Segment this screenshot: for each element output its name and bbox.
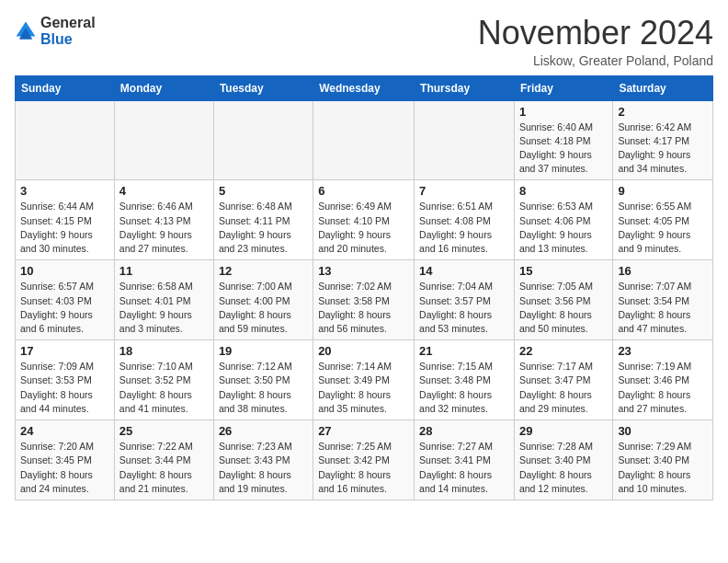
logo-icon: [15, 20, 37, 42]
calendar-day-cell: 30Sunrise: 7:29 AM Sunset: 3:40 PM Dayli…: [613, 420, 713, 500]
day-info: Sunrise: 7:12 AM Sunset: 3:50 PM Dayligh…: [219, 360, 308, 416]
day-of-week-header: Thursday: [415, 75, 515, 100]
calendar-day-cell: 9Sunrise: 6:55 AM Sunset: 4:05 PM Daylig…: [613, 180, 713, 260]
day-number: 21: [419, 344, 509, 358]
calendar-day-cell: [313, 100, 415, 180]
day-info: Sunrise: 7:02 AM Sunset: 3:58 PM Dayligh…: [318, 280, 409, 336]
day-of-week-header: Wednesday: [313, 75, 415, 100]
day-number: 7: [419, 184, 509, 198]
day-number: 11: [119, 264, 209, 278]
calendar-day-cell: 13Sunrise: 7:02 AM Sunset: 3:58 PM Dayli…: [313, 260, 415, 340]
calendar-day-cell: 10Sunrise: 6:57 AM Sunset: 4:03 PM Dayli…: [16, 260, 115, 340]
calendar-day-cell: 1Sunrise: 6:40 AM Sunset: 4:18 PM Daylig…: [514, 100, 612, 180]
calendar-day-cell: [213, 100, 313, 180]
day-number: 22: [519, 344, 608, 358]
calendar-day-cell: 18Sunrise: 7:10 AM Sunset: 3:52 PM Dayli…: [114, 340, 213, 420]
calendar-day-cell: [415, 100, 515, 180]
day-number: 12: [219, 264, 308, 278]
day-number: 26: [219, 424, 308, 438]
day-of-week-header: Saturday: [613, 75, 713, 100]
day-info: Sunrise: 6:46 AM Sunset: 4:13 PM Dayligh…: [119, 200, 209, 256]
calendar-day-cell: 22Sunrise: 7:17 AM Sunset: 3:47 PM Dayli…: [514, 340, 612, 420]
calendar-day-cell: 21Sunrise: 7:15 AM Sunset: 3:48 PM Dayli…: [415, 340, 515, 420]
day-number: 18: [119, 344, 209, 358]
day-number: 17: [20, 344, 109, 358]
day-info: Sunrise: 6:40 AM Sunset: 4:18 PM Dayligh…: [519, 121, 608, 177]
calendar-day-cell: 4Sunrise: 6:46 AM Sunset: 4:13 PM Daylig…: [114, 180, 213, 260]
calendar: SundayMondayTuesdayWednesdayThursdayFrid…: [15, 75, 713, 500]
title-area: November 2024 Liskow, Greater Poland, Po…: [478, 15, 713, 68]
day-number: 6: [318, 184, 409, 198]
calendar-day-cell: 2Sunrise: 6:42 AM Sunset: 4:17 PM Daylig…: [613, 100, 713, 180]
day-info: Sunrise: 7:22 AM Sunset: 3:44 PM Dayligh…: [119, 440, 209, 496]
day-info: Sunrise: 7:25 AM Sunset: 3:42 PM Dayligh…: [318, 440, 409, 496]
calendar-day-cell: 29Sunrise: 7:28 AM Sunset: 3:40 PM Dayli…: [514, 420, 612, 500]
day-info: Sunrise: 7:23 AM Sunset: 3:43 PM Dayligh…: [219, 440, 308, 496]
calendar-day-cell: [16, 100, 115, 180]
logo: General Blue: [15, 15, 96, 48]
day-info: Sunrise: 6:48 AM Sunset: 4:11 PM Dayligh…: [219, 200, 308, 256]
calendar-day-cell: 20Sunrise: 7:14 AM Sunset: 3:49 PM Dayli…: [313, 340, 415, 420]
day-number: 24: [20, 424, 109, 438]
day-number: 25: [119, 424, 209, 438]
day-number: 14: [419, 264, 509, 278]
day-number: 15: [519, 264, 608, 278]
day-info: Sunrise: 7:19 AM Sunset: 3:46 PM Dayligh…: [618, 360, 708, 416]
day-of-week-header: Friday: [514, 75, 612, 100]
day-number: 5: [219, 184, 308, 198]
day-number: 8: [519, 184, 608, 198]
day-info: Sunrise: 7:09 AM Sunset: 3:53 PM Dayligh…: [20, 360, 109, 416]
calendar-day-cell: 8Sunrise: 6:53 AM Sunset: 4:06 PM Daylig…: [514, 180, 612, 260]
day-number: 2: [618, 105, 708, 119]
calendar-week-row: 3Sunrise: 6:44 AM Sunset: 4:15 PM Daylig…: [16, 180, 713, 260]
month-title: November 2024: [478, 15, 713, 52]
day-info: Sunrise: 7:10 AM Sunset: 3:52 PM Dayligh…: [119, 360, 209, 416]
day-info: Sunrise: 6:57 AM Sunset: 4:03 PM Dayligh…: [20, 280, 109, 336]
day-info: Sunrise: 6:42 AM Sunset: 4:17 PM Dayligh…: [618, 121, 708, 177]
day-info: Sunrise: 7:04 AM Sunset: 3:57 PM Dayligh…: [419, 280, 509, 336]
day-number: 23: [618, 344, 708, 358]
day-info: Sunrise: 7:07 AM Sunset: 3:54 PM Dayligh…: [618, 280, 708, 336]
day-of-week-header: Sunday: [16, 75, 115, 100]
calendar-day-cell: 12Sunrise: 7:00 AM Sunset: 4:00 PM Dayli…: [213, 260, 313, 340]
day-number: 13: [318, 264, 409, 278]
calendar-day-cell: 24Sunrise: 7:20 AM Sunset: 3:45 PM Dayli…: [16, 420, 115, 500]
day-number: 10: [20, 264, 109, 278]
day-of-week-header: Tuesday: [213, 75, 313, 100]
day-info: Sunrise: 7:20 AM Sunset: 3:45 PM Dayligh…: [20, 440, 109, 496]
header: General Blue November 2024 Liskow, Great…: [15, 15, 713, 68]
logo-general: General: [40, 15, 96, 30]
day-number: 9: [618, 184, 708, 198]
day-number: 4: [119, 184, 209, 198]
calendar-day-cell: 11Sunrise: 6:58 AM Sunset: 4:01 PM Dayli…: [114, 260, 213, 340]
day-info: Sunrise: 7:27 AM Sunset: 3:41 PM Dayligh…: [419, 440, 509, 496]
day-number: 30: [618, 424, 708, 438]
calendar-week-row: 1Sunrise: 6:40 AM Sunset: 4:18 PM Daylig…: [16, 100, 713, 180]
calendar-day-cell: 17Sunrise: 7:09 AM Sunset: 3:53 PM Dayli…: [16, 340, 115, 420]
location-subtitle: Liskow, Greater Poland, Poland: [478, 53, 713, 68]
calendar-day-cell: 5Sunrise: 6:48 AM Sunset: 4:11 PM Daylig…: [213, 180, 313, 260]
day-info: Sunrise: 6:44 AM Sunset: 4:15 PM Dayligh…: [20, 200, 109, 256]
calendar-week-row: 10Sunrise: 6:57 AM Sunset: 4:03 PM Dayli…: [16, 260, 713, 340]
day-info: Sunrise: 6:55 AM Sunset: 4:05 PM Dayligh…: [618, 200, 708, 256]
calendar-day-cell: [114, 100, 213, 180]
calendar-day-cell: 7Sunrise: 6:51 AM Sunset: 4:08 PM Daylig…: [415, 180, 515, 260]
calendar-week-row: 17Sunrise: 7:09 AM Sunset: 3:53 PM Dayli…: [16, 340, 713, 420]
calendar-day-cell: 28Sunrise: 7:27 AM Sunset: 3:41 PM Dayli…: [415, 420, 515, 500]
calendar-day-cell: 27Sunrise: 7:25 AM Sunset: 3:42 PM Dayli…: [313, 420, 415, 500]
day-info: Sunrise: 7:29 AM Sunset: 3:40 PM Dayligh…: [618, 440, 708, 496]
calendar-week-row: 24Sunrise: 7:20 AM Sunset: 3:45 PM Dayli…: [16, 420, 713, 500]
day-info: Sunrise: 7:28 AM Sunset: 3:40 PM Dayligh…: [519, 440, 608, 496]
logo-blue: Blue: [40, 31, 73, 47]
day-info: Sunrise: 7:00 AM Sunset: 4:00 PM Dayligh…: [219, 280, 308, 336]
day-info: Sunrise: 7:15 AM Sunset: 3:48 PM Dayligh…: [419, 360, 509, 416]
calendar-day-cell: 23Sunrise: 7:19 AM Sunset: 3:46 PM Dayli…: [613, 340, 713, 420]
calendar-day-cell: 6Sunrise: 6:49 AM Sunset: 4:10 PM Daylig…: [313, 180, 415, 260]
calendar-day-cell: 3Sunrise: 6:44 AM Sunset: 4:15 PM Daylig…: [16, 180, 115, 260]
day-number: 20: [318, 344, 409, 358]
day-info: Sunrise: 6:58 AM Sunset: 4:01 PM Dayligh…: [119, 280, 209, 336]
day-number: 3: [20, 184, 109, 198]
day-number: 19: [219, 344, 308, 358]
calendar-day-cell: 26Sunrise: 7:23 AM Sunset: 3:43 PM Dayli…: [213, 420, 313, 500]
calendar-day-cell: 19Sunrise: 7:12 AM Sunset: 3:50 PM Dayli…: [213, 340, 313, 420]
